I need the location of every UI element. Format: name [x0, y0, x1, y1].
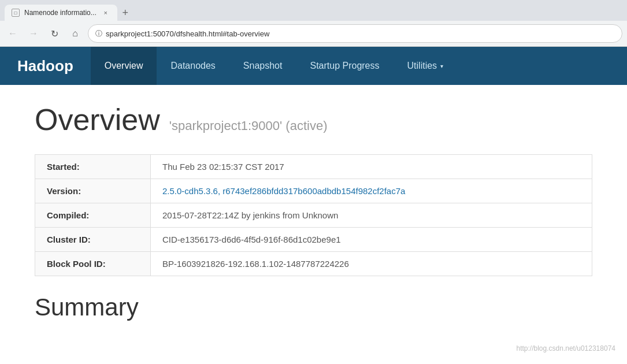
row-value-compiled: 2015-07-28T22:14Z by jenkins from Unknow…: [151, 203, 592, 228]
hadoop-navbar: Hadoop Overview Datanodes Snapshot Start…: [0, 47, 627, 85]
hadoop-brand[interactable]: Hadoop: [12, 57, 91, 75]
nav-items: Overview Datanodes Snapshot Startup Prog…: [91, 47, 457, 85]
table-row: Block Pool ID: BP-1603921826-192.168.1.1…: [35, 252, 592, 276]
browser-chrome: □ Namenode informatio... × + ← → ↻ ⌂ ⓘ s…: [0, 0, 627, 47]
watermark: http://blog.csdn.net/u012318074: [517, 344, 615, 352]
security-icon: ⓘ: [95, 29, 102, 39]
row-label-cluster-id: Cluster ID:: [35, 228, 151, 252]
row-value-version: 2.5.0-cdh5.3.6, r6743ef286bfdd317b600adb…: [151, 179, 592, 203]
row-value-started: Thu Feb 23 02:15:37 CST 2017: [151, 155, 592, 179]
row-value-block-pool-id: BP-1603921826-192.168.1.102-148778722422…: [151, 252, 592, 276]
forward-button[interactable]: →: [25, 25, 42, 42]
nav-item-snapshot[interactable]: Snapshot: [229, 47, 296, 85]
page-subtitle: 'sparkproject1:9000' (active): [169, 118, 328, 133]
nav-item-overview[interactable]: Overview: [91, 47, 157, 85]
page-title-row: Overview 'sparkproject1:9000' (active): [35, 102, 592, 137]
table-row: Version: 2.5.0-cdh5.3.6, r6743ef286bfdd3…: [35, 179, 592, 203]
address-text: sparkproject1:50070/dfshealth.html#tab-o…: [106, 29, 615, 38]
browser-toolbar: ← → ↻ ⌂ ⓘ sparkproject1:50070/dfshealth.…: [0, 21, 627, 46]
page-title: Overview: [35, 102, 160, 137]
row-label-compiled: Compiled:: [35, 203, 151, 228]
new-tab-button[interactable]: +: [117, 5, 133, 21]
row-value-cluster-id: CID-e1356173-d6d6-4f5d-916f-86d1c02be9e1: [151, 228, 592, 252]
active-tab[interactable]: □ Namenode informatio... ×: [5, 5, 117, 21]
nav-item-startup-progress[interactable]: Startup Progress: [296, 47, 393, 85]
tab-close-button[interactable]: ×: [101, 8, 110, 17]
table-row: Started: Thu Feb 23 02:15:37 CST 2017: [35, 155, 592, 179]
table-row: Compiled: 2015-07-28T22:14Z by jenkins f…: [35, 203, 592, 228]
info-table: Started: Thu Feb 23 02:15:37 CST 2017 Ve…: [35, 154, 592, 276]
version-link[interactable]: 2.5.0-cdh5.3.6, r6743ef286bfdd317b600adb…: [162, 186, 405, 196]
address-bar[interactable]: ⓘ sparkproject1:50070/dfshealth.html#tab…: [88, 24, 622, 43]
table-row: Cluster ID: CID-e1356173-d6d6-4f5d-916f-…: [35, 228, 592, 252]
tab-favicon: □: [12, 9, 20, 17]
summary-title: Summary: [35, 294, 592, 321]
row-label-started: Started:: [35, 155, 151, 179]
home-button[interactable]: ⌂: [67, 25, 83, 42]
row-label-block-pool-id: Block Pool ID:: [35, 252, 151, 276]
nav-item-utilities[interactable]: Utilities ▾: [394, 47, 458, 85]
refresh-button[interactable]: ↻: [46, 25, 62, 42]
back-button[interactable]: ←: [5, 25, 21, 42]
tab-bar: □ Namenode informatio... × +: [0, 0, 627, 21]
tab-label: Namenode informatio...: [24, 9, 97, 17]
row-label-version: Version:: [35, 179, 151, 203]
main-content: Overview 'sparkproject1:9000' (active) S…: [0, 85, 627, 339]
nav-item-datanodes[interactable]: Datanodes: [157, 47, 229, 85]
utilities-dropdown-arrow: ▾: [440, 63, 443, 69]
